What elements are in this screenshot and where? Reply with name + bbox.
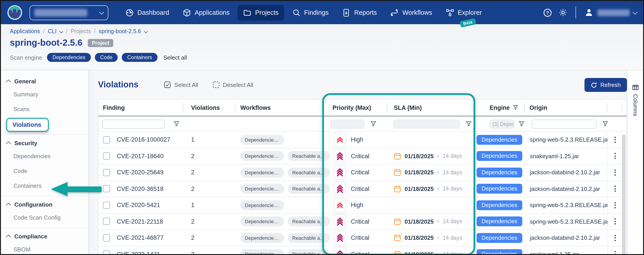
table-row[interactable]: CVE-2017-18640 2 Dependencies - ....Reac… bbox=[98, 148, 626, 164]
sidebar-item-summary[interactable]: Summary bbox=[1, 87, 88, 102]
kebab-menu-icon bbox=[614, 251, 616, 255]
nav-item-reports[interactable]: Reports bbox=[337, 5, 382, 20]
chevron-down-icon[interactable] bbox=[60, 29, 63, 33]
chevron-down-icon[interactable] bbox=[144, 29, 148, 33]
mend-logo[interactable] bbox=[7, 5, 22, 20]
finding-id[interactable]: CVE-2020-36518 bbox=[117, 185, 164, 192]
table-row[interactable]: CVE-2016-1000027 1 Dependencies - .... H… bbox=[98, 132, 626, 148]
finding-id[interactable]: CVE-2021-46877 bbox=[117, 235, 164, 241]
columns-panel-tab[interactable]: Columns bbox=[627, 70, 643, 254]
breadcrumb-applications[interactable]: Applications bbox=[10, 28, 40, 35]
sidebar-item-containers[interactable]: Containers bbox=[1, 178, 88, 193]
refresh-button[interactable]: Refresh bbox=[585, 78, 627, 92]
column-header-engine[interactable]: Engine bbox=[472, 100, 524, 116]
engine-cell: Dependencies bbox=[472, 164, 524, 180]
column-header-origin[interactable]: Origin bbox=[524, 100, 607, 116]
filter-funnel-icon[interactable] bbox=[370, 121, 376, 127]
finding-id[interactable]: CVE-2020-5421 bbox=[117, 202, 160, 209]
table-row[interactable]: CVE-2021-22118 2 Dependencies - ....Reac… bbox=[98, 213, 626, 230]
nav-item-explorer[interactable]: Explorer Beta bbox=[440, 5, 487, 20]
sidebar-section-security[interactable]: Security bbox=[1, 138, 88, 149]
row-actions-menu[interactable] bbox=[607, 197, 622, 213]
row-checkbox[interactable] bbox=[103, 169, 110, 176]
sidebar-item-sbom[interactable]: SBOM bbox=[1, 242, 88, 255]
engine-badge: Dependencies bbox=[476, 135, 522, 145]
filter-funnel-icon[interactable] bbox=[513, 105, 518, 110]
row-checkbox[interactable] bbox=[103, 234, 110, 241]
row-actions-menu[interactable] bbox=[607, 132, 622, 148]
column-header-violations[interactable]: Violations bbox=[184, 100, 236, 116]
finding-id[interactable]: CVE-2021-22118 bbox=[117, 218, 163, 225]
kebab-menu-icon bbox=[614, 185, 616, 192]
row-actions-menu[interactable] bbox=[607, 148, 622, 164]
row-actions-menu[interactable] bbox=[607, 181, 622, 197]
table-row[interactable]: CVE-2021-46877 2 Dependencies - ....Reac… bbox=[98, 230, 626, 246]
table-row[interactable]: CVE-2020-36518 2 Dependencies - ....Reac… bbox=[98, 181, 626, 197]
table-row[interactable]: CVE-2020-25649 2 Dependencies - ....Reac… bbox=[98, 164, 626, 181]
deselect-all-button[interactable]: Deselect All bbox=[212, 81, 253, 88]
column-header-finding[interactable]: Finding bbox=[98, 100, 184, 116]
row-actions-menu[interactable] bbox=[607, 164, 622, 180]
origin-filter-input[interactable] bbox=[532, 119, 596, 128]
priority-icon bbox=[334, 231, 346, 245]
nav-item-projects[interactable]: Projects bbox=[238, 5, 284, 20]
table-row[interactable]: CVE-2020-5421 1 Dependencies - .... High… bbox=[98, 197, 626, 213]
sidebar-section-configuration[interactable]: Configuration bbox=[1, 199, 88, 210]
engine-filter-input[interactable]: (3) Depend bbox=[490, 119, 515, 128]
priority-cell: Critical bbox=[323, 230, 387, 246]
select-all-button[interactable]: Select All bbox=[164, 81, 198, 88]
sidebar-item-violations[interactable]: Violations bbox=[6, 118, 49, 132]
sidebar-item-code[interactable]: Code bbox=[1, 164, 88, 178]
priority-cell: Critical bbox=[323, 148, 387, 164]
row-actions-menu[interactable] bbox=[607, 213, 622, 229]
nav-item-workflows[interactable]: Workflows bbox=[385, 5, 438, 20]
column-header-priority[interactable]: Priority (Max) bbox=[323, 100, 387, 116]
settings-gear-icon[interactable] bbox=[558, 8, 568, 17]
nav-item-dashboard[interactable]: Dashboard bbox=[120, 5, 174, 20]
org-selector-dropdown[interactable] bbox=[30, 5, 108, 20]
row-actions-menu[interactable] bbox=[607, 246, 622, 255]
row-checkbox[interactable] bbox=[103, 202, 110, 209]
filter-funnel-icon[interactable] bbox=[174, 121, 180, 127]
column-header-workflows[interactable]: Workflows bbox=[236, 100, 323, 116]
help-icon[interactable]: ? bbox=[543, 8, 552, 17]
row-checkbox[interactable] bbox=[103, 218, 110, 225]
sidebar-item-scans[interactable]: Scans bbox=[1, 102, 88, 117]
row-checkbox[interactable] bbox=[103, 185, 110, 192]
engine-chip-code[interactable]: Code bbox=[95, 53, 118, 62]
vertical-scrollbar[interactable] bbox=[622, 134, 626, 255]
sidebar-section-compliance[interactable]: Compliance bbox=[1, 231, 88, 242]
filter-funnel-icon[interactable] bbox=[519, 121, 524, 127]
engine-chip-containers[interactable]: Containers bbox=[122, 53, 158, 62]
row-checkbox[interactable] bbox=[103, 251, 110, 255]
origin-cell: spring-web-5.2.3.RELEASE.jar bbox=[524, 132, 607, 148]
breadcrumb-cli[interactable]: CLI bbox=[48, 28, 56, 35]
engine-chip-dependencies[interactable]: Dependencies bbox=[47, 53, 91, 62]
chevron-down-icon bbox=[632, 10, 638, 15]
table-row[interactable]: CVE-2022-1471 2 Dependencies - ....Reach… bbox=[98, 246, 626, 255]
row-checkbox[interactable] bbox=[103, 153, 110, 160]
column-header-sla[interactable]: SLA (Min) bbox=[387, 100, 472, 116]
explorer-nodes-icon bbox=[446, 8, 454, 17]
row-checkbox[interactable] bbox=[103, 136, 110, 143]
sidebar-section-general[interactable]: General bbox=[1, 76, 88, 87]
finding-id[interactable]: CVE-2017-18640 bbox=[117, 153, 164, 160]
sidebar-item-dependencies[interactable]: Dependencies bbox=[1, 149, 88, 164]
nav-item-findings[interactable]: Findings bbox=[287, 5, 334, 20]
row-actions-menu[interactable] bbox=[607, 230, 622, 246]
user-menu[interactable] bbox=[584, 8, 637, 18]
sidebar-item-code-scan-config[interactable]: Code Scan Config bbox=[1, 210, 88, 225]
kebab-menu-icon bbox=[614, 235, 616, 241]
sla-filter-input[interactable] bbox=[394, 119, 460, 128]
priority-cell: High bbox=[323, 197, 387, 213]
nav-item-applications[interactable]: Applications bbox=[177, 5, 235, 20]
finding-id[interactable]: CVE-2022-1471 bbox=[117, 251, 160, 255]
filter-funnel-icon[interactable] bbox=[466, 121, 472, 127]
breadcrumb-project-name[interactable]: spring-boot-2.5.6 bbox=[99, 28, 141, 35]
finding-id[interactable]: CVE-2016-1000027 bbox=[117, 136, 170, 143]
sla-days: 14 days bbox=[442, 251, 462, 255]
engine-select-all[interactable]: Select all bbox=[163, 54, 187, 61]
finding-id[interactable]: CVE-2020-25649 bbox=[117, 169, 164, 176]
priority-filter-input[interactable] bbox=[330, 119, 364, 128]
finding-filter-input[interactable] bbox=[102, 119, 165, 128]
